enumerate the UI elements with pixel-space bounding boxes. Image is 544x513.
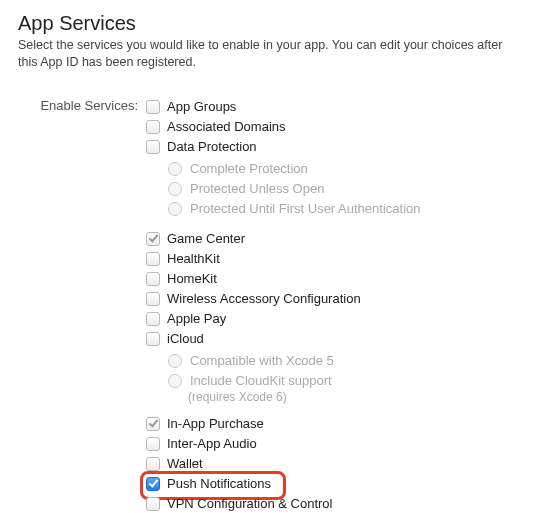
label-icloud-cloudkit-note: (requires Xcode 6) xyxy=(168,390,526,404)
services-list: App Groups Associated Domains Data Prote… xyxy=(146,97,526,513)
label-apple-pay: Apple Pay xyxy=(167,311,226,326)
checkbox-game-center[interactable] xyxy=(146,232,160,246)
checkbox-inter-app-audio[interactable] xyxy=(146,437,160,451)
radio-complete-protection[interactable] xyxy=(168,162,182,176)
checkbox-icloud[interactable] xyxy=(146,332,160,346)
data-protection-options: Complete Protection Protected Unless Ope… xyxy=(146,159,526,219)
label-push-notifications: Push Notifications xyxy=(167,476,271,491)
checkbox-homekit[interactable] xyxy=(146,272,160,286)
checkbox-wallet[interactable] xyxy=(146,457,160,471)
label-game-center: Game Center xyxy=(167,231,245,246)
icloud-options: Compatible with Xcode 5 Include CloudKit… xyxy=(146,351,526,404)
label-wireless-accessory: Wireless Accessory Configuration xyxy=(167,291,361,306)
checkbox-app-groups[interactable] xyxy=(146,100,160,114)
checkbox-vpn-configuration[interactable] xyxy=(146,497,160,511)
radio-protected-unless-open[interactable] xyxy=(168,182,182,196)
page-title: App Services xyxy=(18,12,526,35)
checkbox-push-notifications[interactable] xyxy=(146,477,160,491)
label-inter-app-audio: Inter-App Audio xyxy=(167,436,257,451)
label-complete-protection: Complete Protection xyxy=(190,161,308,176)
label-app-groups: App Groups xyxy=(167,99,236,114)
label-homekit: HomeKit xyxy=(167,271,217,286)
radio-icloud-xcode5[interactable] xyxy=(168,354,182,368)
checkbox-wireless-accessory[interactable] xyxy=(146,292,160,306)
label-icloud-cloudkit: Include CloudKit support xyxy=(190,373,332,388)
checkbox-in-app-purchase[interactable] xyxy=(146,417,160,431)
label-protected-until-first-auth: Protected Until First User Authenticatio… xyxy=(190,201,421,216)
checkbox-healthkit[interactable] xyxy=(146,252,160,266)
label-wallet: Wallet xyxy=(167,456,203,471)
checkbox-associated-domains[interactable] xyxy=(146,120,160,134)
enable-services-label: Enable Services: xyxy=(18,97,146,113)
label-icloud: iCloud xyxy=(167,331,204,346)
radio-protected-until-first-auth[interactable] xyxy=(168,202,182,216)
label-vpn-configuration: VPN Configuration & Control xyxy=(167,496,332,511)
checkbox-data-protection[interactable] xyxy=(146,140,160,154)
label-protected-unless-open: Protected Unless Open xyxy=(190,181,324,196)
label-data-protection: Data Protection xyxy=(167,139,257,154)
checkbox-apple-pay[interactable] xyxy=(146,312,160,326)
radio-icloud-cloudkit[interactable] xyxy=(168,374,182,388)
label-in-app-purchase: In-App Purchase xyxy=(167,416,264,431)
label-associated-domains: Associated Domains xyxy=(167,119,286,134)
label-healthkit: HealthKit xyxy=(167,251,220,266)
page-subtitle: Select the services you would like to en… xyxy=(18,37,518,71)
label-icloud-xcode5: Compatible with Xcode 5 xyxy=(190,353,334,368)
